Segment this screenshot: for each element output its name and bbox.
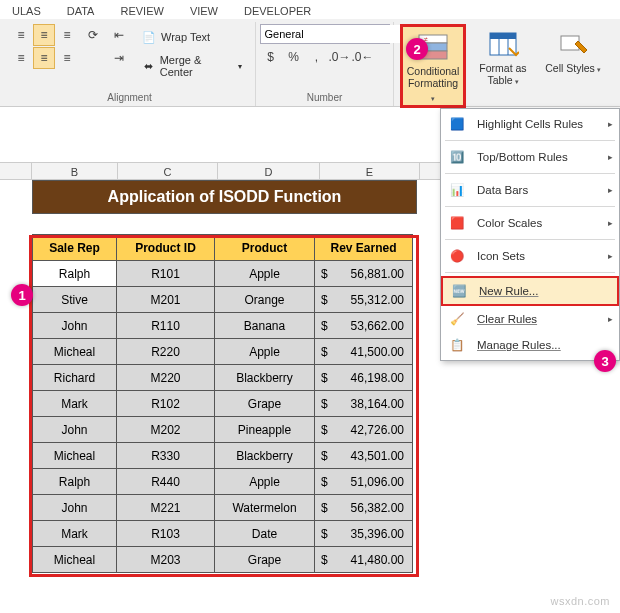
cell-styles-button[interactable]: Cell Styles ▾: [540, 24, 606, 76]
percent-format-icon[interactable]: %: [283, 46, 305, 68]
table-row[interactable]: MichealR220Apple$41,500.00: [33, 339, 413, 365]
table-row[interactable]: RalphR101Apple$56,881.00: [33, 261, 413, 287]
comma-format-icon[interactable]: ,: [306, 46, 328, 68]
tab-view[interactable]: VIEW: [186, 3, 222, 19]
menu-color-scales[interactable]: 🟥Color Scales▸: [441, 210, 619, 236]
cell-pid[interactable]: R103: [117, 521, 215, 547]
cell-pid[interactable]: M221: [117, 495, 215, 521]
tab-review[interactable]: REVIEW: [116, 3, 167, 19]
align-middle-icon[interactable]: ≡: [33, 24, 55, 46]
align-top-icon[interactable]: ≡: [10, 24, 32, 46]
conditional-formatting-button[interactable]: ≠ Conditional Formatting ▾: [400, 24, 466, 108]
number-format-dropdown[interactable]: ▾: [260, 24, 390, 44]
cell-product[interactable]: Apple: [215, 261, 315, 287]
cell-revenue[interactable]: $43,501.00: [315, 443, 413, 469]
col-d[interactable]: D: [218, 163, 320, 179]
menu-data-bars[interactable]: 📊Data Bars▸: [441, 177, 619, 203]
table-row[interactable]: MarkR102Grape$38,164.00: [33, 391, 413, 417]
menu-icon-sets[interactable]: 🔴Icon Sets▸: [441, 243, 619, 269]
decrease-decimal-icon[interactable]: .0←: [352, 46, 374, 68]
table-row[interactable]: StiveM201Orange$55,312.00: [33, 287, 413, 313]
cell-pid[interactable]: R101: [117, 261, 215, 287]
col-c[interactable]: C: [118, 163, 218, 179]
align-bottom-icon[interactable]: ≡: [56, 24, 78, 46]
cell-revenue[interactable]: $35,396.00: [315, 521, 413, 547]
cell-rep[interactable]: Micheal: [33, 443, 117, 469]
number-format-input[interactable]: [261, 25, 407, 43]
tab-developer[interactable]: DEVELOPER: [240, 3, 315, 19]
cell-revenue[interactable]: $42,726.00: [315, 417, 413, 443]
wrap-text-button[interactable]: 📄Wrap Text: [134, 26, 249, 48]
table-row[interactable]: JohnM202Pineapple$42,726.00: [33, 417, 413, 443]
col-e[interactable]: E: [320, 163, 420, 179]
cell-pid[interactable]: R440: [117, 469, 215, 495]
cell-pid[interactable]: M220: [117, 365, 215, 391]
cell-rep[interactable]: John: [33, 495, 117, 521]
cell-revenue[interactable]: $38,164.00: [315, 391, 413, 417]
cell-product[interactable]: Apple: [215, 469, 315, 495]
align-left-icon[interactable]: ≡: [10, 47, 32, 69]
cell-product[interactable]: Blackberry: [215, 365, 315, 391]
cell-product[interactable]: Watermelon: [215, 495, 315, 521]
cell-pid[interactable]: M202: [117, 417, 215, 443]
cell-rep[interactable]: Mark: [33, 521, 117, 547]
cell-rep[interactable]: Richard: [33, 365, 117, 391]
cell-revenue[interactable]: $51,096.00: [315, 469, 413, 495]
cell-revenue[interactable]: $55,312.00: [315, 287, 413, 313]
cell-product[interactable]: Grape: [215, 547, 315, 573]
cell-revenue[interactable]: $41,500.00: [315, 339, 413, 365]
decrease-indent-icon[interactable]: ⇤: [108, 24, 130, 46]
cell-product[interactable]: Pineapple: [215, 417, 315, 443]
cell-rep[interactable]: John: [33, 313, 117, 339]
accounting-format-icon[interactable]: $: [260, 46, 282, 68]
table-row[interactable]: RichardM220Blackberry$46,198.00: [33, 365, 413, 391]
cell-rep[interactable]: Micheal: [33, 339, 117, 365]
cell-revenue[interactable]: $56,881.00: [315, 261, 413, 287]
cell-pid[interactable]: M203: [117, 547, 215, 573]
cell-revenue[interactable]: $46,198.00: [315, 365, 413, 391]
cell-rep[interactable]: Mark: [33, 391, 117, 417]
col-b[interactable]: B: [32, 163, 118, 179]
cell-product[interactable]: Date: [215, 521, 315, 547]
cell-rep[interactable]: Ralph: [33, 261, 117, 287]
cell-rep[interactable]: Ralph: [33, 469, 117, 495]
menu-manage-rules[interactable]: 📋Manage Rules...: [441, 332, 619, 358]
cell-pid[interactable]: R330: [117, 443, 215, 469]
align-right-icon[interactable]: ≡: [56, 47, 78, 69]
table-row[interactable]: JohnR110Banana$53,662.00: [33, 313, 413, 339]
table-row[interactable]: MichealR330Blackberry$43,501.00: [33, 443, 413, 469]
cell-rep[interactable]: John: [33, 417, 117, 443]
cell-pid[interactable]: R102: [117, 391, 215, 417]
increase-indent-icon[interactable]: ⇥: [108, 47, 130, 69]
worksheet: Application of ISODD Function Sale Rep P…: [32, 180, 417, 573]
table-row[interactable]: MichealM203Grape$41,480.00: [33, 547, 413, 573]
increase-decimal-icon[interactable]: .0→: [329, 46, 351, 68]
menu-highlight-cells-rules[interactable]: 🟦Highlight Cells Rules▸: [441, 111, 619, 137]
cell-revenue[interactable]: $41,480.00: [315, 547, 413, 573]
menu-new-rule[interactable]: 🆕New Rule...: [441, 276, 619, 306]
cell-pid[interactable]: R110: [117, 313, 215, 339]
cell-product[interactable]: Blackberry: [215, 443, 315, 469]
cell-rep[interactable]: Micheal: [33, 547, 117, 573]
cell-revenue[interactable]: $56,382.00: [315, 495, 413, 521]
cell-pid[interactable]: M201: [117, 287, 215, 313]
table-row[interactable]: JohnM221Watermelon$56,382.00: [33, 495, 413, 521]
align-center-icon[interactable]: ≡: [33, 47, 55, 69]
cell-product[interactable]: Banana: [215, 313, 315, 339]
cell-rep[interactable]: Stive: [33, 287, 117, 313]
merge-center-button[interactable]: ⬌Merge & Center ▾: [134, 51, 249, 81]
table-row[interactable]: RalphR440Apple$51,096.00: [33, 469, 413, 495]
cell-pid[interactable]: R220: [117, 339, 215, 365]
table-row[interactable]: MarkR103Date$35,396.00: [33, 521, 413, 547]
orientation-icon[interactable]: ⟳: [82, 24, 104, 46]
menu-top-bottom-rules[interactable]: 🔟Top/Bottom Rules▸: [441, 144, 619, 170]
tab-data[interactable]: DATA: [63, 3, 99, 19]
cell-product[interactable]: Grape: [215, 391, 315, 417]
cell-product[interactable]: Orange: [215, 287, 315, 313]
menu-clear-rules[interactable]: 🧹Clear Rules▸: [441, 306, 619, 332]
format-as-table-button[interactable]: Format as Table ▾: [470, 24, 536, 88]
cell-product[interactable]: Apple: [215, 339, 315, 365]
cell-revenue[interactable]: $53,662.00: [315, 313, 413, 339]
group-styles: ≠ Conditional Formatting ▾ Format as Tab…: [394, 22, 608, 106]
tab-formulas[interactable]: ULAS: [8, 3, 45, 19]
